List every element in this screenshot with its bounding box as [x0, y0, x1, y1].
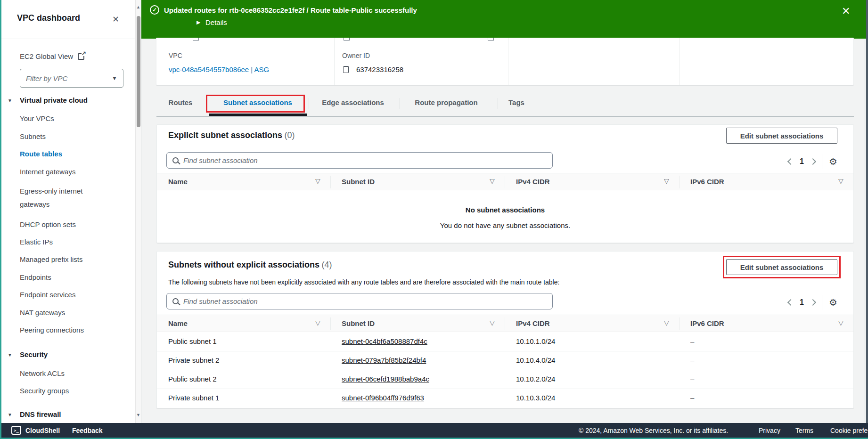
- edit-subnet-associations-button[interactable]: Edit subnet associations: [726, 259, 837, 275]
- explicit-panel-count: (0): [285, 130, 295, 140]
- sidebar-item-dhcp-option-sets[interactable]: DHCP option sets: [20, 220, 76, 229]
- sidebar-divider: [0, 39, 141, 39]
- implicit-panel-description: The following subnets have not been expl…: [168, 278, 559, 286]
- pagination: 1 ⚙: [788, 154, 837, 169]
- column-header-subnet-id[interactable]: Subnet ID: [342, 178, 375, 186]
- chevron-right-icon[interactable]: [810, 299, 816, 306]
- column-header-ipv4-cidr[interactable]: IPv4 CIDR: [516, 178, 550, 186]
- table-row: Private subnet 2 subnet-079a7bf85b2f24bf…: [157, 351, 853, 370]
- column-header-ipv4-cidr[interactable]: IPv4 CIDR: [516, 319, 550, 327]
- sidebar-item-elastic-ips[interactable]: Elastic IPs: [20, 237, 53, 247]
- active-tab-underline: [209, 114, 307, 116]
- tab-routes[interactable]: Routes: [165, 96, 196, 109]
- sidebar-scrollbar[interactable]: ▲ ▼: [135, 0, 141, 423]
- table-header: Name Subnet ID IPv4 CIDR IPv6 CIDR ▽ ▽ ▽…: [157, 173, 853, 190]
- tab-route-propagation[interactable]: Route propagation: [408, 96, 484, 109]
- owner-id-label: Owner ID: [342, 52, 370, 59]
- sidebar-item-ec2-global-view[interactable]: EC2 Global View: [20, 52, 84, 60]
- cloudshell-button[interactable]: >_ CloudShell: [11, 426, 60, 435]
- cell-name: Public subnet 1: [168, 337, 217, 345]
- sidebar-item-egress-only-internet-gateways[interactable]: Egress-only internet gateways: [20, 185, 109, 211]
- cell-name: Private subnet 2: [168, 356, 219, 364]
- cell-ipv4-cidr: 10.10.2.0/24: [516, 375, 555, 383]
- subnet-id-link[interactable]: subnet-0f96b04ff976d9f63: [342, 394, 424, 402]
- filter-icon[interactable]: ▽: [490, 319, 495, 326]
- footer-link-cookie-preferences[interactable]: Cookie preferences: [830, 427, 868, 434]
- header-divider: [679, 317, 680, 330]
- feedback-button[interactable]: Feedback: [72, 427, 103, 434]
- vpc-filter-placeholder: Filter by VPC: [26, 74, 67, 82]
- cloudshell-icon: >_: [11, 426, 21, 435]
- header-divider: [505, 176, 505, 188]
- tab-edge-associations[interactable]: Edge associations: [317, 96, 389, 109]
- page-number[interactable]: 1: [800, 157, 804, 166]
- vpc-filter-select[interactable]: Filter by VPC ▼: [20, 69, 123, 88]
- sidebar-section-security[interactable]: Security: [20, 350, 48, 358]
- filter-icon[interactable]: ▽: [664, 177, 669, 185]
- subnet-id-link[interactable]: subnet-06cefd1988bab9a4c: [342, 375, 429, 383]
- sidebar-close-icon[interactable]: ✕: [112, 14, 119, 24]
- sidebar-item-nat-gateways[interactable]: NAT gateways: [20, 308, 65, 317]
- sidebar-item-managed-prefix-lists[interactable]: Managed prefix lists: [20, 255, 82, 264]
- panel-title: Subnets without explicit associations (4…: [168, 260, 332, 270]
- footer-link-privacy[interactable]: Privacy: [759, 427, 780, 434]
- tab-subnet-associations[interactable]: Subnet associations: [208, 96, 308, 109]
- capture-border-left: [0, 0, 1, 439]
- banner-details-toggle[interactable]: Details: [205, 18, 227, 26]
- vpc-link[interactable]: vpc-048a5454557b086ee | ASG: [169, 65, 269, 73]
- sidebar-item-subnets[interactable]: Subnets: [20, 132, 46, 141]
- table-row: Private subnet 1 subnet-0f96b04ff976d9f6…: [157, 389, 853, 408]
- header-divider: [330, 317, 331, 330]
- sidebar-scrollbar-thumb[interactable]: [137, 16, 140, 127]
- subnet-id-link[interactable]: subnet-0c4bf6a508887df4c: [342, 337, 427, 345]
- sidebar-item-your-vpcs[interactable]: Your VPCs: [20, 114, 54, 123]
- column-header-ipv6-cidr[interactable]: IPv6 CIDR: [690, 319, 724, 327]
- tab-tags[interactable]: Tags: [505, 96, 528, 109]
- close-icon[interactable]: ✕: [842, 6, 850, 16]
- filter-icon[interactable]: ▽: [838, 319, 843, 326]
- scroll-down-icon[interactable]: ▼: [136, 413, 141, 417]
- filter-icon[interactable]: ▽: [490, 177, 495, 185]
- sidebar-item-endpoint-services[interactable]: Endpoint services: [20, 290, 75, 300]
- scroll-up-icon[interactable]: ▲: [136, 5, 141, 9]
- page-number[interactable]: 1: [800, 298, 804, 307]
- cell-ipv6-cidr: –: [690, 375, 694, 383]
- sidebar-item-peering-connections[interactable]: Peering connections: [20, 325, 84, 335]
- search-input[interactable]: [183, 156, 547, 164]
- filter-icon[interactable]: ▽: [664, 319, 669, 326]
- sidebar-item-security-groups[interactable]: Security groups: [20, 386, 69, 396]
- column-header-name[interactable]: Name: [168, 178, 188, 186]
- filter-icon[interactable]: ▽: [838, 177, 843, 185]
- footer-link-terms[interactable]: Terms: [795, 427, 813, 434]
- column-header-name[interactable]: Name: [168, 319, 188, 327]
- explicit-subnet-associations-panel: Explicit subnet associations (0) Edit su…: [156, 124, 854, 243]
- route-table-summary-card: VPC vpc-048a5454557b086ee | ASG Owner ID…: [156, 38, 854, 85]
- search-input[interactable]: [183, 297, 547, 305]
- sidebar-item-route-tables[interactable]: Route tables: [20, 149, 62, 159]
- gear-icon[interactable]: ⚙: [829, 157, 837, 166]
- copyright-text: © 2024, Amazon Web Services, Inc. or its…: [579, 427, 728, 434]
- sidebar-section-virtual-private-cloud[interactable]: Virtual private cloud: [20, 96, 88, 104]
- table-row: Public subnet 1 subnet-0c4bf6a508887df4c…: [157, 332, 853, 351]
- filter-icon[interactable]: ▽: [315, 319, 320, 326]
- column-header-ipv6-cidr[interactable]: IPv6 CIDR: [690, 178, 724, 186]
- sidebar-item-network-acls[interactable]: Network ACLs: [20, 369, 65, 378]
- edit-subnet-associations-button[interactable]: Edit subnet associations: [726, 128, 837, 144]
- sidebar-item-endpoints[interactable]: Endpoints: [20, 273, 51, 282]
- sidebar-title: VPC dashboard: [17, 13, 80, 23]
- chevron-right-icon[interactable]: [810, 158, 816, 165]
- subnet-id-link[interactable]: subnet-079a7bf85b2f24bf4: [342, 356, 426, 364]
- chevron-left-icon[interactable]: [787, 299, 794, 306]
- panel-title: Explicit subnet associations (0): [168, 130, 295, 140]
- gear-icon[interactable]: ⚙: [829, 298, 837, 307]
- copy-icon[interactable]: [343, 66, 349, 73]
- sidebar-section-dns-firewall[interactable]: DNS firewall: [20, 410, 61, 418]
- tab-divider: [498, 98, 498, 109]
- column-header-subnet-id[interactable]: Subnet ID: [342, 319, 375, 327]
- caret-down-icon: ▼: [8, 412, 12, 417]
- main-scrollbar-thumb[interactable]: [866, 0, 868, 438]
- chevron-left-icon[interactable]: [787, 158, 794, 165]
- filter-icon[interactable]: ▽: [315, 177, 320, 185]
- sidebar-item-internet-gateways[interactable]: Internet gateways: [20, 167, 75, 177]
- pagination-divider: [822, 154, 822, 169]
